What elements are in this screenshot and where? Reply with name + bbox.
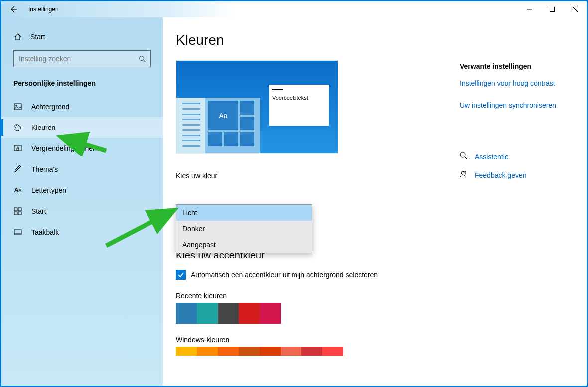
svg-point-22 (461, 171, 464, 174)
sidebar-item-themes[interactable]: Thema's (1, 159, 163, 180)
svg-rect-13 (17, 148, 19, 150)
preview-sample-text: Voorbeeldtekst (269, 94, 329, 102)
brush-icon (13, 165, 22, 174)
related-heading: Verwante instellingen (460, 62, 573, 70)
checkbox-checked[interactable] (176, 270, 186, 280)
check-icon (177, 271, 184, 278)
color-mode-dropdown[interactable]: LichtDonkerAangepast (176, 204, 312, 253)
sidebar-item-label: Kleuren (31, 124, 55, 131)
maximize-button[interactable] (541, 1, 564, 17)
svg-rect-2 (550, 7, 555, 12)
windows-colors-row (176, 347, 574, 356)
picture-icon (13, 102, 22, 111)
arrow-left-icon (9, 5, 17, 13)
sidebar-item-colors[interactable]: Kleuren (1, 117, 163, 138)
help-icon (460, 152, 468, 161)
sidebar-item-label: Thema's (31, 165, 58, 173)
svg-point-10 (16, 125, 17, 126)
feedback-label: Feedback geven (475, 171, 527, 179)
color-swatch[interactable] (301, 347, 322, 356)
svg-point-20 (460, 152, 465, 157)
close-button[interactable] (564, 1, 587, 17)
minimize-button[interactable] (518, 1, 541, 17)
svg-rect-17 (18, 212, 21, 215)
svg-rect-16 (14, 212, 17, 215)
sidebar-item-label: Taakbalk (31, 228, 59, 236)
sidebar: Start Persoonlijke instellingen Achtergr… (1, 17, 163, 386)
font-icon: AA (13, 186, 22, 195)
color-swatch[interactable] (239, 303, 260, 324)
color-swatch[interactable] (218, 303, 239, 324)
color-swatch[interactable] (260, 347, 281, 356)
svg-point-8 (16, 105, 17, 106)
sidebar-item-label: Achtergrond (31, 103, 69, 111)
search-input-wrapper[interactable] (13, 50, 151, 67)
palette-icon (13, 123, 22, 132)
svg-rect-14 (14, 208, 17, 211)
sidebar-item-taskbar[interactable]: Taakbalk (1, 222, 163, 243)
color-swatch[interactable] (176, 303, 197, 324)
recent-colors-row (176, 303, 574, 324)
search-icon (139, 55, 146, 62)
svg-point-5 (140, 56, 144, 61)
start-icon (13, 207, 22, 216)
svg-rect-15 (18, 208, 21, 211)
dropdown-option[interactable]: Licht (176, 205, 312, 221)
related-settings: Verwante instellingen Instellingen voor … (460, 62, 573, 180)
windows-colors-label: Windows-kleuren (176, 336, 574, 344)
color-swatch[interactable] (260, 303, 281, 324)
content-pane: Kleuren Aa Voorbeeldtekst Kies uw kleur … (163, 17, 587, 386)
svg-line-6 (144, 60, 146, 62)
help-label: Assistentie (475, 153, 509, 161)
color-swatch[interactable] (176, 347, 197, 356)
svg-point-9 (15, 127, 16, 128)
home-label: Start (30, 33, 45, 41)
link-high-contrast[interactable]: Instellingen voor hoog contrast (460, 79, 573, 87)
color-swatch[interactable] (322, 347, 343, 356)
taskbar-icon (13, 228, 22, 237)
sidebar-section-title: Persoonlijke instellingen (1, 75, 163, 96)
search-input[interactable] (19, 55, 139, 63)
color-swatch[interactable] (197, 347, 218, 356)
auto-accent-row[interactable]: Automatisch een accentkleur uit mijn ach… (176, 270, 574, 280)
home-icon (13, 32, 22, 41)
color-swatch[interactable] (218, 347, 239, 356)
preview-tile-aa: Aa (208, 101, 238, 130)
sidebar-item-label: Lettertypen (31, 186, 66, 194)
svg-rect-7 (14, 104, 21, 110)
window-title: Instellingen (28, 6, 59, 13)
sidebar-item-label: Start (31, 207, 46, 215)
dropdown-option[interactable]: Donker (176, 221, 312, 237)
sidebar-item-background[interactable]: Achtergrond (1, 96, 163, 117)
color-swatch[interactable] (281, 347, 301, 356)
color-swatch[interactable] (239, 347, 260, 356)
sidebar-item-lockscreen[interactable]: Vergrendelingsscherm (1, 138, 163, 159)
back-button[interactable] (8, 4, 18, 14)
feedback-link[interactable]: Feedback geven (460, 170, 573, 180)
window-controls (518, 1, 587, 17)
auto-accent-label: Automatisch een accentkleur uit mijn ach… (191, 271, 378, 279)
feedback-icon (460, 170, 468, 180)
link-sync-settings[interactable]: Uw instellingen synchroniseren (460, 101, 573, 109)
recent-colors-label: Recente kleuren (176, 292, 574, 300)
color-swatch[interactable] (197, 303, 218, 324)
svg-line-21 (465, 157, 467, 159)
dropdown-option[interactable]: Aangepast (176, 237, 312, 253)
title-bar: Instellingen (1, 1, 587, 17)
help-link[interactable]: Assistentie (460, 152, 573, 161)
sidebar-item-start[interactable]: Start (1, 201, 163, 222)
sidebar-item-label: Vergrendelingsscherm (31, 144, 101, 152)
svg-point-11 (18, 125, 19, 126)
color-preview: Aa Voorbeeldtekst (176, 60, 338, 154)
sidebar-item-fonts[interactable]: AA Lettertypen (1, 180, 163, 201)
lockscreen-icon (13, 144, 22, 153)
page-title: Kleuren (176, 32, 574, 48)
home-button[interactable]: Start (1, 28, 163, 50)
